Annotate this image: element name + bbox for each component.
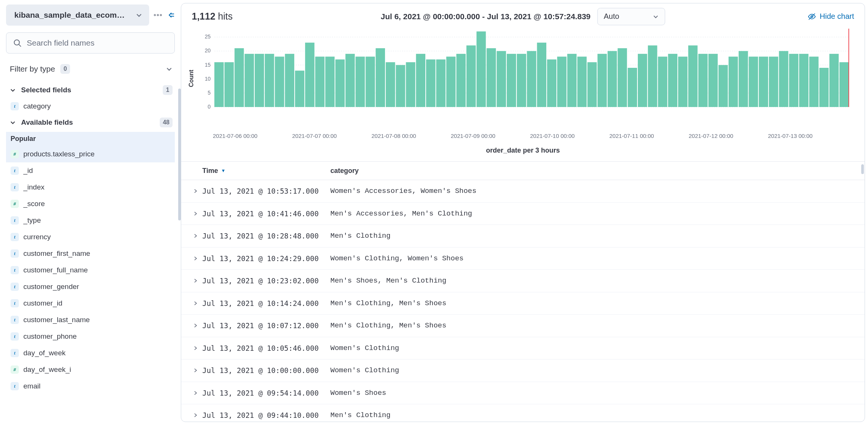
- expand-row-icon[interactable]: [189, 413, 202, 418]
- expand-row-icon[interactable]: [189, 346, 202, 351]
- column-header-time[interactable]: Time ▼: [202, 167, 330, 175]
- field-item[interactable]: t _index: [6, 179, 175, 196]
- svg-text:5: 5: [208, 90, 211, 96]
- field-name: category: [23, 102, 51, 110]
- expand-row-icon[interactable]: [189, 188, 202, 194]
- field-item[interactable]: t _type: [6, 212, 175, 229]
- svg-rect-51: [517, 54, 526, 107]
- field-item[interactable]: t category: [6, 98, 175, 115]
- histogram-chart[interactable]: 0510152025: [188, 26, 851, 109]
- field-name: _score: [23, 200, 45, 208]
- table-row: Jul 13, 2021 @ 10:24:29.000 Women's Clot…: [181, 248, 865, 270]
- collapse-sidebar-icon[interactable]: [167, 12, 175, 18]
- expand-row-icon[interactable]: [189, 301, 202, 306]
- x-tick-label: 2021-07-12 00:00: [689, 133, 768, 139]
- svg-rect-23: [235, 48, 244, 107]
- column-header-category[interactable]: category: [330, 167, 359, 175]
- cell-time: Jul 13, 2021 @ 09:44:10.000: [202, 411, 330, 419]
- search-fields-input-wrap[interactable]: [6, 32, 175, 54]
- field-item[interactable]: t customer_id: [6, 295, 175, 312]
- svg-rect-31: [315, 57, 325, 107]
- field-item[interactable]: # products.taxless_price: [6, 146, 175, 162]
- table-row: Jul 13, 2021 @ 10:28:48.000 Men's Clothi…: [181, 225, 865, 248]
- field-item[interactable]: t day_of_week: [6, 345, 175, 361]
- svg-rect-81: [819, 68, 829, 107]
- svg-text:0: 0: [208, 104, 211, 109]
- expand-row-icon[interactable]: [189, 256, 202, 261]
- field-type-icon: t: [11, 266, 19, 274]
- sort-descending-icon: ▼: [221, 168, 226, 173]
- svg-rect-53: [537, 43, 546, 107]
- options-icon[interactable]: [154, 12, 162, 18]
- field-item[interactable]: t customer_first_name: [6, 245, 175, 262]
- field-item[interactable]: t customer_gender: [6, 278, 175, 295]
- expand-row-icon[interactable]: [189, 323, 202, 328]
- svg-rect-30: [305, 43, 315, 107]
- available-fields-header[interactable]: Available fields 48: [6, 115, 175, 130]
- sidebar-scrollbar[interactable]: [178, 89, 181, 220]
- svg-rect-54: [547, 60, 556, 107]
- field-type-icon: #: [11, 150, 19, 158]
- expand-row-icon[interactable]: [189, 211, 202, 216]
- cell-category: Men's Clothing, Men's Shoes: [330, 321, 446, 330]
- hits-count: 1,112 hits: [192, 11, 232, 22]
- cell-category: Women's Clothing: [330, 344, 399, 352]
- expand-row-icon[interactable]: [189, 278, 202, 283]
- svg-rect-76: [769, 57, 778, 107]
- expand-row-icon[interactable]: [189, 368, 202, 373]
- field-item[interactable]: t customer_last_name: [6, 312, 175, 328]
- expand-row-icon[interactable]: [189, 390, 202, 396]
- cell-time: Jul 13, 2021 @ 10:14:24.000: [202, 299, 330, 307]
- svg-rect-62: [628, 68, 637, 107]
- x-tick-label: 2021-07-09 00:00: [451, 133, 530, 139]
- field-item[interactable]: t currency: [6, 229, 175, 245]
- svg-rect-25: [255, 54, 264, 107]
- svg-rect-59: [598, 54, 607, 107]
- time-range-label: Jul 6, 2021 @ 00:00:00.000 - Jul 13, 202…: [381, 12, 591, 21]
- svg-rect-46: [466, 46, 476, 107]
- field-item[interactable]: t _id: [6, 162, 175, 179]
- expand-row-icon[interactable]: [189, 233, 202, 238]
- field-name: customer_full_name: [23, 266, 88, 274]
- filter-by-type-toggle[interactable]: Filter by type 0: [6, 60, 175, 78]
- field-type-icon: t: [11, 233, 19, 241]
- svg-rect-34: [345, 54, 355, 107]
- table-row: Jul 13, 2021 @ 10:07:12.000 Men's Clothi…: [181, 315, 865, 337]
- chevron-down-icon: [653, 14, 659, 20]
- search-fields-input[interactable]: [27, 38, 168, 47]
- hide-chart-button[interactable]: Hide chart: [808, 12, 854, 21]
- field-item[interactable]: t email: [6, 378, 175, 394]
- field-type-icon: t: [11, 349, 19, 357]
- svg-rect-65: [658, 57, 668, 107]
- table-scrollbar[interactable]: [861, 164, 864, 174]
- chart-interval-select[interactable]: Auto: [597, 8, 665, 25]
- selected-fields-header[interactable]: Selected fields 1: [6, 82, 175, 98]
- field-type-icon: t: [11, 332, 19, 341]
- field-item[interactable]: t customer_phone: [6, 328, 175, 345]
- index-pattern-selector[interactable]: kibana_sample_data_ecom…: [6, 5, 149, 26]
- field-type-icon: t: [11, 167, 19, 175]
- svg-point-1: [157, 14, 159, 16]
- selected-fields-title: Selected fields: [21, 86, 71, 94]
- svg-rect-77: [779, 51, 789, 107]
- cell-category: Women's Accessories, Women's Shoes: [330, 187, 477, 195]
- field-item[interactable]: # _score: [6, 196, 175, 212]
- svg-rect-37: [376, 48, 385, 107]
- svg-rect-70: [708, 54, 718, 107]
- field-item[interactable]: # day_of_week_i: [6, 361, 175, 378]
- svg-point-2: [160, 14, 162, 16]
- svg-rect-66: [668, 54, 677, 107]
- field-name: customer_phone: [23, 332, 77, 341]
- svg-rect-56: [567, 54, 577, 107]
- svg-point-0: [154, 14, 156, 16]
- field-type-icon: t: [11, 316, 19, 324]
- field-item[interactable]: t customer_full_name: [6, 262, 175, 278]
- svg-rect-33: [335, 60, 345, 107]
- field-type-icon: t: [11, 299, 19, 307]
- svg-rect-83: [839, 62, 849, 107]
- search-icon: [13, 39, 21, 47]
- filter-by-type-count: 0: [60, 64, 70, 74]
- cell-time: Jul 13, 2021 @ 10:07:12.000: [202, 321, 330, 330]
- svg-rect-28: [285, 54, 294, 107]
- cell-category: Women's Clothing: [330, 366, 399, 375]
